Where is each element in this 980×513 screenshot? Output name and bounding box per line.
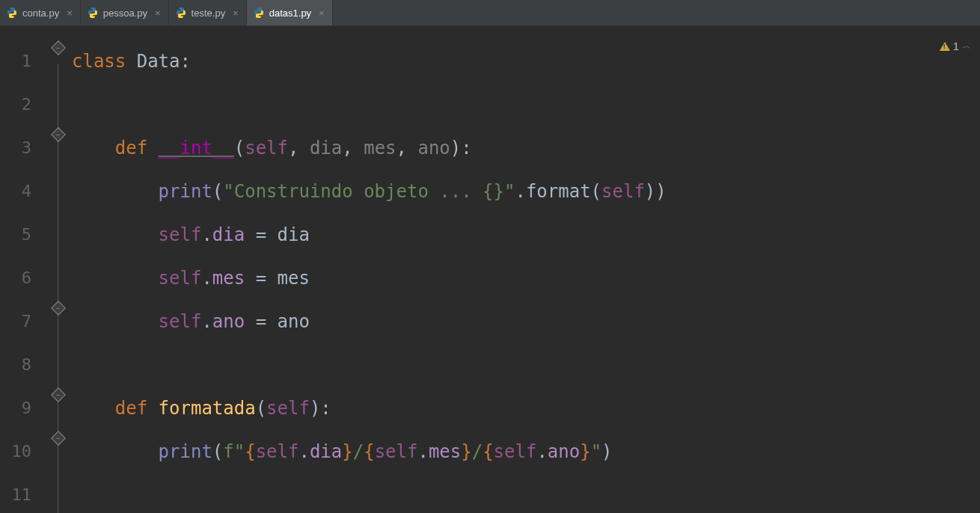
string-literal: / bbox=[353, 441, 364, 462]
field: dia bbox=[212, 224, 245, 245]
fstring-prefix: f bbox=[223, 441, 233, 462]
keyword-def: def bbox=[115, 138, 147, 159]
builtin-print: print bbox=[159, 441, 212, 462]
identifier: mes bbox=[278, 268, 310, 289]
fold-gutter: − − − − − bbox=[45, 26, 67, 513]
self-ref: self bbox=[159, 311, 202, 332]
code-line[interactable] bbox=[67, 473, 980, 513]
param: mes bbox=[364, 138, 396, 159]
fold-toggle-icon[interactable]: − bbox=[51, 127, 66, 142]
self-ref: self bbox=[601, 181, 645, 202]
line-number: 11 bbox=[0, 473, 45, 513]
tab-label: datas1.py bbox=[269, 7, 311, 19]
code-line[interactable]: print("Construindo objeto ... {}".format… bbox=[67, 170, 980, 213]
code-area[interactable]: 1 ︿ class Data: def __int__(self, dia, m… bbox=[67, 26, 980, 513]
fold-toggle-icon[interactable]: − bbox=[51, 431, 66, 446]
field: mes bbox=[429, 441, 461, 462]
inspection-warning-badge[interactable]: 1 ︿ bbox=[940, 40, 971, 52]
code-line[interactable]: self.dia = dia bbox=[67, 213, 980, 256]
code-line[interactable] bbox=[67, 343, 980, 387]
brace: } bbox=[342, 441, 352, 462]
code-line[interactable]: self.ano = ano bbox=[67, 300, 980, 343]
colon: : bbox=[180, 51, 191, 72]
self-ref: self bbox=[159, 268, 202, 289]
field: mes bbox=[212, 268, 245, 289]
dot: . bbox=[417, 441, 428, 462]
tab-pessoa[interactable]: pessoa.py × bbox=[81, 0, 169, 25]
tab-label: teste.py bbox=[192, 7, 226, 19]
line-number: 4 bbox=[0, 170, 45, 213]
line-number: 7 bbox=[0, 300, 45, 343]
brace: { bbox=[364, 441, 374, 462]
tab-conta[interactable]: conta.py × bbox=[0, 0, 81, 25]
self-ref: self bbox=[375, 441, 418, 462]
self-ref: self bbox=[494, 441, 537, 462]
identifier: dia bbox=[278, 224, 310, 245]
close-icon[interactable]: × bbox=[319, 7, 325, 19]
param: dia bbox=[310, 138, 342, 159]
field: ano bbox=[548, 441, 580, 462]
close-icon[interactable]: × bbox=[67, 7, 73, 19]
line-number: 2 bbox=[0, 83, 45, 126]
warning-count: 1 bbox=[953, 40, 959, 52]
method-name: __int__ bbox=[159, 138, 234, 159]
code-line[interactable] bbox=[67, 83, 980, 126]
param-self: self bbox=[266, 398, 310, 419]
code-line[interactable]: def formatada(self): bbox=[67, 387, 980, 430]
brace: } bbox=[580, 441, 590, 462]
dot: . bbox=[536, 441, 547, 462]
brace: { bbox=[483, 441, 493, 462]
python-file-icon bbox=[253, 7, 265, 19]
tab-teste[interactable]: teste.py × bbox=[169, 0, 247, 25]
tab-label: conta.py bbox=[22, 7, 59, 19]
code-line[interactable]: class Data: bbox=[67, 40, 980, 83]
fold-toggle-icon[interactable]: − bbox=[51, 387, 66, 402]
line-number-gutter: 1 2 3 4 5 6 7 8 9 10 11 bbox=[0, 26, 45, 513]
param-self: self bbox=[245, 138, 288, 159]
line-number: 6 bbox=[0, 256, 45, 300]
class-name: Data bbox=[137, 51, 180, 72]
method-name: formatada bbox=[159, 398, 256, 419]
code-editor[interactable]: 1 2 3 4 5 6 7 8 9 10 11 − − − − − 1 ︿ cl… bbox=[0, 26, 980, 513]
field: dia bbox=[310, 441, 342, 462]
keyword-def: def bbox=[115, 398, 147, 419]
dot: . bbox=[298, 441, 309, 462]
line-number: 1 bbox=[0, 40, 45, 83]
line-number: 5 bbox=[0, 213, 45, 256]
fold-toggle-icon[interactable]: − bbox=[51, 301, 66, 316]
assign-op: = bbox=[245, 268, 277, 289]
brace: } bbox=[461, 441, 471, 462]
keyword-class: class bbox=[72, 51, 126, 72]
close-icon[interactable]: × bbox=[155, 7, 161, 19]
code-line[interactable]: def __int__(self, dia, mes, ano): bbox=[67, 126, 980, 170]
python-file-icon bbox=[6, 7, 18, 19]
tab-datas1[interactable]: datas1.py × bbox=[247, 0, 333, 25]
chevron-up-icon: ︿ bbox=[962, 40, 971, 52]
warning-icon bbox=[940, 42, 950, 51]
string-literal: / bbox=[472, 441, 483, 462]
method-call: format bbox=[526, 181, 591, 202]
param: ano bbox=[417, 138, 450, 159]
quote: " bbox=[591, 441, 601, 462]
python-file-icon bbox=[175, 7, 187, 19]
assign-op: = bbox=[245, 311, 277, 332]
line-number: 9 bbox=[0, 387, 45, 430]
quote: " bbox=[234, 441, 245, 462]
tab-bar: conta.py × pessoa.py × teste.py × datas1… bbox=[0, 0, 980, 26]
fold-toggle-icon[interactable]: − bbox=[51, 40, 66, 55]
brace: { bbox=[245, 441, 255, 462]
close-icon[interactable]: × bbox=[233, 7, 239, 19]
assign-op: = bbox=[245, 224, 277, 245]
line-number: 8 bbox=[0, 343, 45, 387]
self-ref: self bbox=[159, 224, 202, 245]
builtin-print: print bbox=[159, 181, 212, 202]
python-file-icon bbox=[87, 7, 99, 19]
identifier: ano bbox=[278, 311, 310, 332]
code-line[interactable]: print(f"{self.dia}/{self.mes}/{self.ano}… bbox=[67, 430, 980, 473]
line-number: 3 bbox=[0, 126, 45, 170]
field: ano bbox=[212, 311, 245, 332]
self-ref: self bbox=[256, 441, 299, 462]
tab-label: pessoa.py bbox=[103, 7, 147, 19]
string-literal: "Construindo objeto ... {}" bbox=[223, 181, 515, 202]
code-line[interactable]: self.mes = mes bbox=[67, 256, 980, 300]
